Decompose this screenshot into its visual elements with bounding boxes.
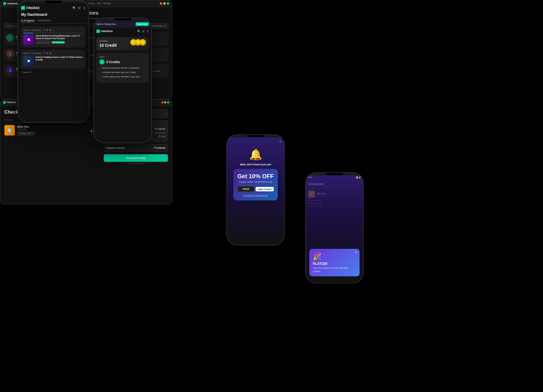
arrow-icon-8[interactable]: → [164, 72, 166, 74]
check-icon-3: ✓ [99, 76, 101, 79]
phone-notch [45, 1, 62, 3]
credits-nav: F FINGRAD 🔍 🛒 ☰ [94, 28, 151, 35]
co-close-btn[interactable] [161, 101, 163, 103]
coupon-code-display: FG10 [237, 186, 255, 192]
exit-popup-phone: ✕ 🔔 Wait, don't leave just yet! Get 10% … [226, 134, 285, 245]
exit-top-bar: ✕ [227, 137, 284, 146]
course-title-2: Futures Trading Course: Learn To Trade F… [36, 56, 83, 61]
bell-icon: 🔔 [249, 148, 262, 161]
chevron-icon: ▾ [32, 132, 33, 135]
visibility-icon-2: 👁 [43, 52, 45, 54]
co-logo: FINGRAD [3, 101, 16, 104]
status-bar: 6:46 📶 🔋 [306, 175, 363, 180]
dashboard-tabs: In Progress Completed [21, 19, 86, 24]
coupon-success-popup: ✕ 🎉 FLAT100 Yay! You saved ₹ 100.00 with… [309, 249, 360, 276]
tab-in-progress[interactable]: In Progress [21, 19, 34, 22]
exit-overlay: ✕ 🔔 Wait, don't leave just yet! Get 10% … [227, 137, 284, 245]
play-icon-2: ▶ [46, 52, 48, 54]
coupon-saved-text: Yay! You saved ₹ 100.00 with this coupon [313, 267, 356, 273]
course-thumb-2: 📉 [23, 56, 34, 66]
exit-apply-coupon-button[interactable]: Apply Coupon [256, 187, 274, 191]
instructor-avatar-0: 👤 [6, 34, 14, 42]
phone-notch-4 [326, 173, 343, 175]
coupon-success-phone: 6:46 📶 🔋 Checkout Product 🛡️ Elite Plan … [305, 172, 364, 283]
credits-logo: F FINGRAD [96, 30, 113, 33]
coupon-popup-close-icon[interactable]: ✕ [355, 251, 357, 254]
decline-link[interactable]: No thanks, I'll pay full price [237, 194, 274, 196]
checkout-item-row: 🛡️ Elite Plan 12 Months Change Plan ▾ ₹ … [4, 125, 100, 136]
co-min-btn[interactable] [164, 101, 166, 103]
exit-discount-card: Get 10% OFF On your order. Limited time … [233, 169, 278, 200]
phone-notch-3 [247, 135, 264, 137]
credit-amount: 10 Credit [99, 43, 117, 48]
payable-amount-box: Payable Amount ₹ 3,999.00 [104, 144, 168, 152]
arrow-icon-5[interactable]: → [164, 55, 166, 58]
search-icon-credits[interactable]: 🔍 [137, 30, 140, 33]
inst-logo-icon [3, 2, 6, 5]
party-emoji: 🎉 [313, 252, 356, 261]
maximize-button-win[interactable] [167, 2, 169, 5]
cart-icon[interactable]: 🛒 [78, 6, 81, 10]
leave-review-button[interactable]: Leave a Review [36, 41, 51, 44]
close-button-win[interactable] [160, 2, 162, 5]
tab-completed[interactable]: Completed [37, 19, 50, 22]
credit-coins: ⭐ ⭐ ⭐ [130, 39, 146, 46]
course-title-1: Stock Market Investing Masterclass: Lear… [36, 34, 83, 40]
co-max-btn[interactable] [167, 101, 169, 103]
emi-text: No Cost EMI Available [104, 163, 168, 164]
benefit-3: ✓ Credits validity will be expiration of… [99, 76, 146, 79]
play-icon: ▶ [46, 29, 48, 31]
nav-cart[interactable]: Cart [97, 2, 100, 5]
coupon-code-title: FLAT100 [313, 262, 356, 266]
credits-nav-icons: 🔍 🛒 ☰ [137, 30, 149, 33]
change-plan-button[interactable]: Change Plan ▾ [17, 131, 35, 136]
item-thumbnail: 🛡️ [4, 125, 15, 136]
heart-icon-2: ♡ [53, 52, 55, 54]
sort-control[interactable]: ↕ Newest ▾ [21, 71, 86, 73]
payable-label: Payable Amount [106, 147, 124, 149]
menu-icon-credits[interactable]: ☰ [147, 30, 149, 33]
benefit-1: ✓ Book you clarification call with 1 Cre… [99, 67, 146, 70]
check-icon-2: ✓ [99, 72, 101, 74]
bookmark-icon: 🔖 [49, 29, 52, 31]
search-icon[interactable]: 🔍 [72, 6, 76, 10]
credits-spent-card: Spent ✓ 0 Credits ✓ Book you clarificati… [96, 53, 149, 83]
arrow-icon-2[interactable]: → [164, 39, 166, 42]
co-window-controls [161, 101, 169, 103]
fingrad-logo-text: FINGRAD [26, 6, 40, 10]
wait-text: Wait, don't leave just yet! [240, 163, 271, 166]
coin-3: ⭐ [140, 39, 146, 46]
minimize-button-win[interactable] [163, 2, 166, 5]
spent-label: Spent [99, 56, 146, 58]
proceed-to-pay-button[interactable]: Proceed to Pay [104, 154, 168, 162]
payable-value: ₹ 3,999.00 [154, 147, 165, 149]
go-to-course-button[interactable]: Go To Course [52, 41, 65, 44]
dashboard-nav-icons: 🔍 🛒 ☰ [72, 6, 86, 10]
inst-logo: FINGRAD [3, 2, 18, 5]
book-seat-button[interactable]: Book Seat [136, 22, 149, 26]
course-card-2: Status: 0:1 Modules 👁 ▶ 🔖 ♡ 📉 Futures Tr… [21, 50, 86, 69]
item-name: Elite Plan [17, 125, 88, 128]
course-thumb-1: 📈 [23, 34, 34, 45]
cart-icon-credits[interactable]: 🛒 [142, 30, 145, 33]
bookmark-icon-2: 🔖 [49, 52, 52, 54]
fingrad-logo-icon: F [21, 6, 25, 10]
sort-dropdown[interactable]: Sort by A-Z ▾ [149, 23, 169, 29]
course-card-1: Status: 1/6 Modules 👁 ▶ 🔖 ♡ 📈 Stock Mark… [21, 27, 86, 47]
menu-icon[interactable]: ☰ [83, 6, 86, 10]
co-logo-icon [3, 101, 6, 104]
credits-balance-card: Available 10 Credit ⭐ ⭐ ⭐ [96, 37, 149, 51]
instructor-avatar-6: 👤 [6, 66, 14, 74]
exit-close-icon[interactable]: ✕ [279, 140, 282, 144]
discount-sub: On your order. Limited time only! [237, 181, 274, 183]
bg-checkout-title: Checkout [308, 182, 361, 186]
item-duration: 12 Months [17, 128, 88, 130]
discount-heading: Get 10% OFF [237, 173, 274, 180]
window-controls [160, 2, 169, 5]
nav-seminar[interactable]: Seminar... [103, 2, 112, 5]
nav-pricing[interactable]: Pricing [88, 2, 94, 5]
coupon-arrow-icon: › [164, 112, 165, 115]
zero-credits-icon: ✓ [99, 59, 105, 65]
heart-icon: ♡ [53, 29, 55, 31]
progress-bar-1 [23, 33, 33, 33]
